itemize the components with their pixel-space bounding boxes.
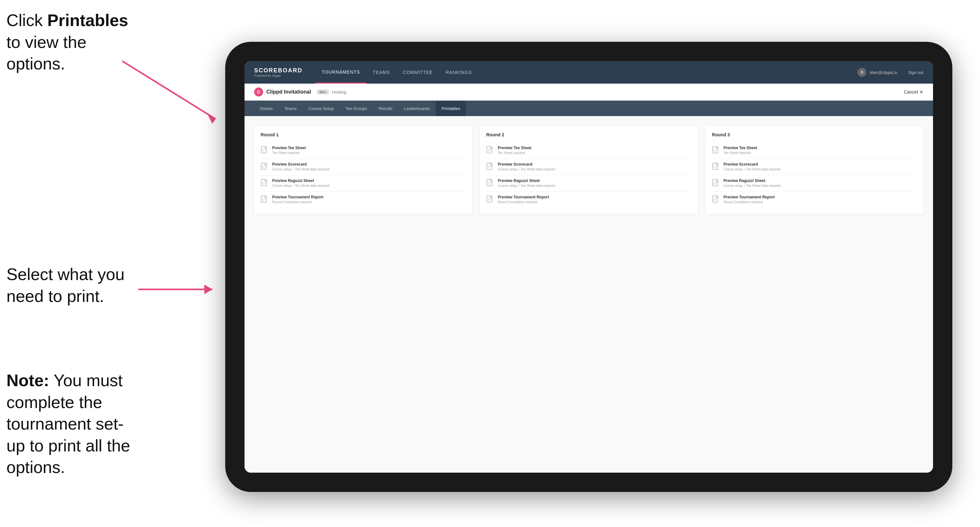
- tournament-name-row: C Clippd Invitational Men Hosting: [254, 87, 346, 97]
- print-item-text-r3-4: Preview Tournament ReportRound Completio…: [724, 195, 775, 204]
- round-2-title: Round 2: [486, 132, 691, 137]
- svg-rect-24: [487, 163, 492, 170]
- sub-nav-results[interactable]: Results: [373, 101, 398, 116]
- print-item-label: Preview Scorecard: [724, 162, 781, 167]
- print-item-text-r1-2: Preview ScorecardCourse setup + Tee Shee…: [272, 162, 329, 171]
- print-item-r2-2[interactable]: Preview ScorecardCourse setup + Tee Shee…: [486, 159, 691, 175]
- print-item-label: Preview Tournament Report: [724, 195, 775, 199]
- nav-item-rankings[interactable]: RANKINGS: [439, 61, 478, 84]
- document-icon: [486, 146, 494, 155]
- print-item-r3-1[interactable]: Preview Tee SheetTee Sheet required: [712, 143, 917, 159]
- print-item-label: Preview Tee Sheet: [724, 146, 757, 150]
- print-item-r3-2[interactable]: Preview ScorecardCourse setup + Tee Shee…: [712, 159, 917, 175]
- print-item-sub: Course setup + Tee Sheet data required: [272, 168, 329, 171]
- print-item-sub: Tee Sheet required: [272, 151, 306, 155]
- tournament-header: C Clippd Invitational Men Hosting Cancel…: [245, 84, 933, 101]
- top-nav-right: B blair@clippd.io | Sign out: [858, 68, 923, 77]
- print-item-r3-3[interactable]: Preview Raguzzi SheetCourse setup + Tee …: [712, 175, 917, 192]
- logo-title: SCOREBOARD: [254, 67, 302, 74]
- svg-rect-40: [713, 163, 718, 170]
- print-item-label: Preview Raguzzi Sheet: [498, 178, 555, 183]
- user-email: blair@clippd.io: [870, 70, 897, 75]
- nav-item-tournaments[interactable]: TOURNAMENTS: [315, 61, 366, 84]
- print-item-sub: Round Completion required: [272, 200, 323, 204]
- print-item-sub: Course setup + Tee Sheet data required: [724, 168, 781, 171]
- print-item-text-r1-3: Preview Raguzzi SheetCourse setup + Tee …: [272, 178, 329, 187]
- instruction-middle-text: Select what you need to print.: [6, 265, 124, 305]
- sub-nav-printables[interactable]: Printables: [436, 101, 466, 116]
- print-item-sub: Course setup + Tee Sheet data required: [498, 168, 555, 171]
- scoreboard-logo: SCOREBOARD Powered by clippd: [254, 67, 302, 78]
- svg-rect-4: [261, 147, 266, 153]
- document-icon: [712, 195, 720, 205]
- document-icon: [486, 163, 494, 172]
- round-1-title: Round 1: [261, 132, 466, 137]
- top-nav: SCOREBOARD Powered by clippd TOURNAMENTS…: [245, 61, 933, 84]
- print-item-sub: Tee Sheet required: [724, 151, 757, 155]
- print-item-sub: Round Completion required: [724, 200, 775, 204]
- print-item-r2-4[interactable]: Preview Tournament ReportRound Completio…: [486, 192, 691, 208]
- document-icon: [261, 163, 268, 172]
- print-item-label: Preview Tee Sheet: [272, 146, 306, 150]
- document-icon: [712, 163, 720, 172]
- tournament-title: Clippd Invitational: [266, 89, 311, 95]
- printables-emphasis: Printables: [47, 11, 128, 30]
- document-icon: [486, 195, 494, 205]
- nav-item-teams[interactable]: TEAMS: [366, 61, 396, 84]
- print-item-r2-3[interactable]: Preview Raguzzi SheetCourse setup + Tee …: [486, 175, 691, 192]
- sub-nav: Details Teams Course Setup Tee Groups Re…: [245, 101, 933, 116]
- sub-nav-details[interactable]: Details: [254, 101, 278, 116]
- sub-nav-tee-groups[interactable]: Tee Groups: [340, 101, 373, 116]
- print-item-text-r3-2: Preview ScorecardCourse setup + Tee Shee…: [724, 162, 781, 171]
- instruction-bottom-text: Note: You must complete the tournament s…: [6, 371, 130, 476]
- print-item-sub: Course setup + Tee Sheet data required: [272, 184, 329, 187]
- sub-nav-teams[interactable]: Teams: [278, 101, 302, 116]
- print-item-label: Preview Tee Sheet: [498, 146, 531, 150]
- clippd-logo: C: [254, 87, 263, 97]
- print-item-text-r2-1: Preview Tee SheetTee Sheet required: [498, 146, 531, 155]
- print-item-sub: Round Completion required: [498, 200, 549, 204]
- print-item-text-r2-2: Preview ScorecardCourse setup + Tee Shee…: [498, 162, 555, 171]
- print-item-r2-1[interactable]: Preview Tee SheetTee Sheet required: [486, 143, 691, 159]
- svg-rect-28: [487, 179, 492, 186]
- sub-nav-leaderboards[interactable]: Leaderboards: [398, 101, 436, 116]
- print-item-r1-4[interactable]: Preview Tournament ReportRound Completio…: [261, 192, 466, 208]
- print-item-r1-3[interactable]: Preview Raguzzi SheetCourse setup + Tee …: [261, 175, 466, 192]
- svg-rect-36: [713, 147, 718, 153]
- print-item-label: Preview Scorecard: [272, 162, 329, 167]
- svg-rect-48: [713, 196, 718, 202]
- cancel-button[interactable]: Cancel ✕: [904, 89, 923, 95]
- print-item-sub: Course setup + Tee Sheet data required: [498, 184, 555, 187]
- document-icon: [712, 146, 720, 155]
- svg-rect-20: [487, 147, 492, 153]
- sub-nav-course-setup[interactable]: Course Setup: [302, 101, 340, 116]
- svg-marker-3: [204, 284, 212, 294]
- svg-rect-16: [261, 196, 266, 202]
- sign-out-link[interactable]: Sign out: [908, 70, 923, 75]
- instruction-middle: Select what you need to print.: [6, 264, 142, 307]
- print-item-r1-1[interactable]: Preview Tee SheetTee Sheet required: [261, 143, 466, 159]
- document-icon: [261, 179, 268, 188]
- main-content: Round 1 Preview Tee SheetTee Sheet requi…: [245, 116, 933, 473]
- print-item-label: Preview Tournament Report: [498, 195, 549, 199]
- svg-rect-8: [261, 163, 266, 170]
- tablet-device: SCOREBOARD Powered by clippd TOURNAMENTS…: [225, 42, 952, 492]
- print-item-sub: Course setup + Tee Sheet data required: [724, 184, 781, 187]
- print-item-text-r1-1: Preview Tee SheetTee Sheet required: [272, 146, 306, 155]
- nav-item-committee[interactable]: COMMITTEE: [396, 61, 439, 84]
- document-icon: [712, 179, 720, 188]
- user-avatar: B: [858, 68, 866, 77]
- print-item-label: Preview Tournament Report: [272, 195, 323, 199]
- hosting-badge: Hosting: [332, 90, 346, 95]
- print-item-text-r2-4: Preview Tournament ReportRound Completio…: [498, 195, 549, 204]
- print-item-r1-2[interactable]: Preview ScorecardCourse setup + Tee Shee…: [261, 159, 466, 175]
- top-nav-items: TOURNAMENTS TEAMS COMMITTEE RANKINGS: [315, 61, 858, 84]
- instruction-bottom: Note: You must complete the tournament s…: [6, 370, 142, 478]
- round-column-1: Round 1 Preview Tee SheetTee Sheet requi…: [254, 126, 472, 214]
- print-item-text-r3-3: Preview Raguzzi SheetCourse setup + Tee …: [724, 178, 781, 187]
- logo-sub: Powered by clippd: [254, 74, 302, 78]
- instruction-top-text: Click Printables to view the options.: [6, 11, 128, 73]
- tablet-screen: SCOREBOARD Powered by clippd TOURNAMENTS…: [245, 61, 933, 473]
- print-item-r3-4[interactable]: Preview Tournament ReportRound Completio…: [712, 192, 917, 208]
- tournament-badge: Men: [317, 89, 329, 95]
